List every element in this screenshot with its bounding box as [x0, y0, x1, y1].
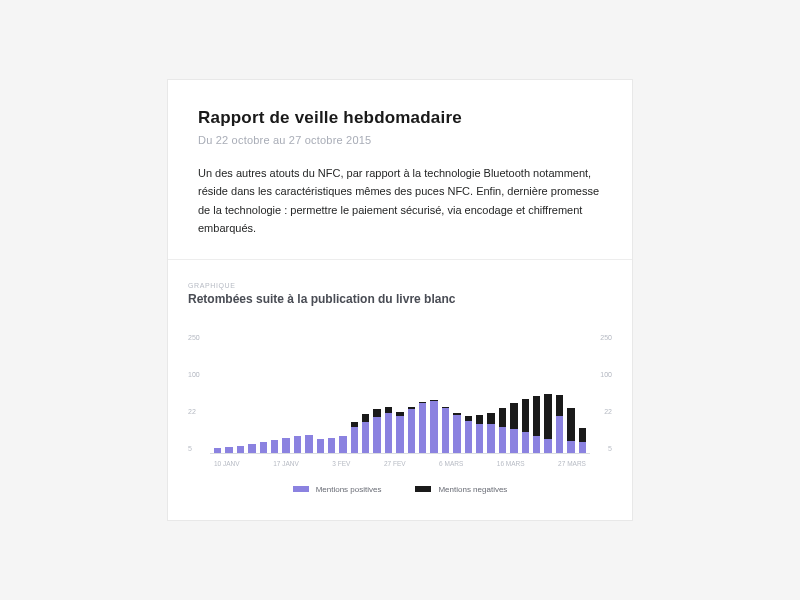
report-card: Rapport de veille hebdomadaire Du 22 oct… [167, 79, 633, 521]
chart-bar [237, 446, 244, 453]
chart-bar [362, 414, 369, 453]
bar-segment-positive [317, 439, 324, 453]
chart-title: Retombées suite à la publication du livr… [188, 292, 612, 306]
chart-bar [419, 402, 426, 453]
y-tick: 5 [590, 445, 612, 452]
x-tick: 17 JANV [273, 460, 299, 467]
bar-segment-positive [465, 421, 472, 453]
bar-segment-positive [248, 444, 255, 452]
legend-label: Mentions positives [316, 485, 382, 494]
legend-positive: Mentions positives [293, 485, 382, 494]
legend-label: Mentions negatives [438, 485, 507, 494]
chart-section: GRAPHIQUE Retombées suite à la publicati… [168, 260, 632, 520]
chart-bar [430, 400, 437, 453]
bar-segment-negative [579, 428, 586, 442]
bar-segment-positive [544, 439, 551, 453]
chart-bar [487, 413, 494, 453]
bar-segment-positive [282, 438, 289, 453]
chart-bar [510, 403, 517, 453]
bar-segment-positive [408, 409, 415, 452]
bar-segment-positive [499, 427, 506, 453]
bar-segment-negative [510, 403, 517, 429]
bar-segment-positive [522, 432, 529, 453]
chart-plot-area: 250 100 22 5 250 100 22 5 [188, 334, 612, 454]
bar-segment-positive [453, 415, 460, 453]
bar-segment-positive [487, 424, 494, 452]
chart-bar [260, 442, 267, 452]
chart-eyebrow: GRAPHIQUE [188, 282, 612, 289]
chart-bar [579, 428, 586, 453]
chart-bar [305, 435, 312, 453]
chart-bar [544, 394, 551, 453]
bar-segment-positive [430, 401, 437, 453]
chart-bar [282, 438, 289, 453]
x-tick: 6 MARS [439, 460, 463, 467]
bar-segment-negative [522, 399, 529, 432]
chart-bar [225, 447, 232, 453]
legend-swatch-negative [415, 486, 431, 492]
y-tick: 100 [590, 371, 612, 378]
chart-bar [339, 436, 346, 453]
y-tick: 250 [590, 334, 612, 341]
bar-segment-positive [373, 417, 380, 452]
bar-segment-negative [476, 415, 483, 423]
x-tick: 16 MARS [497, 460, 525, 467]
bar-segment-negative [487, 413, 494, 425]
bar-segment-negative [544, 394, 551, 439]
bar-segment-positive [419, 403, 426, 453]
bar-segment-positive [396, 416, 403, 453]
bar-segment-positive [476, 424, 483, 453]
chart-bar [567, 408, 574, 453]
bar-segment-positive [567, 441, 574, 453]
bar-segment-positive [237, 446, 244, 453]
chart-bar [214, 448, 221, 453]
bar-segment-positive [305, 435, 312, 453]
report-date-range: Du 22 octobre au 27 octobre 2015 [198, 134, 602, 146]
report-header: Rapport de veille hebdomadaire Du 22 oct… [168, 80, 632, 259]
chart-bar [396, 412, 403, 453]
x-tick: 27 FEV [384, 460, 406, 467]
chart-bar [465, 416, 472, 453]
y-tick: 22 [188, 408, 210, 415]
chart-bar [476, 415, 483, 453]
chart-bar [328, 438, 335, 453]
chart-bar [271, 440, 278, 453]
chart-bar [453, 413, 460, 453]
bar-segment-positive [510, 429, 517, 453]
chart-bar [351, 422, 358, 453]
chart-bars [214, 335, 586, 453]
bar-segment-negative [533, 396, 540, 436]
bar-segment-positive [225, 447, 232, 453]
chart-bar [408, 407, 415, 453]
bar-segment-positive [442, 408, 449, 453]
bar-segment-negative [556, 395, 563, 416]
legend-swatch-positive [293, 486, 309, 492]
legend-negative: Mentions negatives [415, 485, 507, 494]
x-axis: 10 JANV 17 JANV 3 FEV 27 FEV 6 MARS 16 M… [210, 460, 590, 467]
bar-segment-positive [214, 448, 221, 453]
bar-segment-positive [385, 413, 392, 453]
chart-bar [556, 395, 563, 453]
chart-legend: Mentions positives Mentions negatives [188, 485, 612, 494]
bar-segment-negative [362, 414, 369, 422]
bar-segment-negative [499, 408, 506, 427]
chart-plot [210, 334, 590, 454]
chart-bar [317, 439, 324, 453]
chart-bar [533, 396, 540, 453]
y-tick: 22 [590, 408, 612, 415]
y-tick: 100 [188, 371, 210, 378]
report-body: Un des autres atouts du NFC, par rapport… [198, 164, 602, 237]
chart-bar [442, 407, 449, 453]
bar-segment-positive [533, 436, 540, 453]
bar-segment-positive [556, 416, 563, 453]
y-axis-right: 250 100 22 5 [590, 334, 612, 454]
x-tick: 27 MARS [558, 460, 586, 467]
y-tick: 250 [188, 334, 210, 341]
chart-bar [294, 436, 301, 453]
x-tick: 3 FEV [332, 460, 350, 467]
bar-segment-positive [260, 442, 267, 452]
y-tick: 5 [188, 445, 210, 452]
chart-bar [499, 408, 506, 453]
chart-baseline [210, 453, 590, 454]
bar-segment-negative [373, 409, 380, 417]
